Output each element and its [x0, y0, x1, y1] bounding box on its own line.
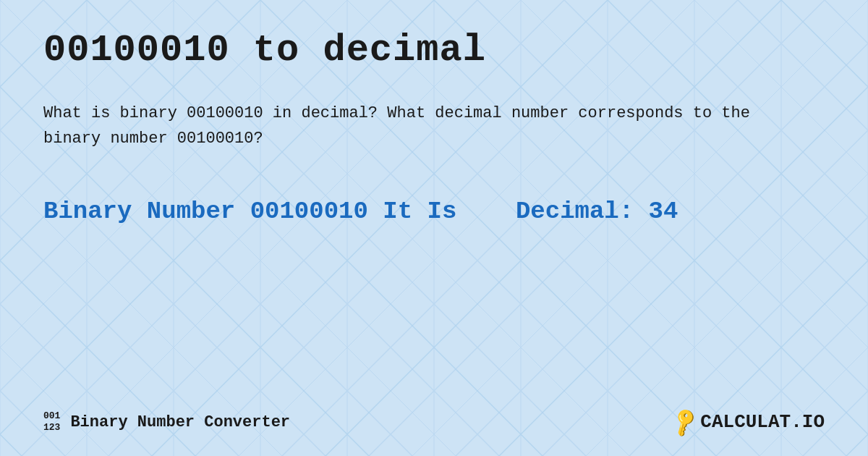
result-label: Binary Number [43, 198, 235, 225]
result-decimal-value: 34 [649, 198, 678, 225]
description-part1: What is binary 00100010 in decimal? [43, 104, 378, 122]
result-text: Binary Number 00100010 It Is Decimal: 34 [43, 195, 825, 229]
page-title: 00100010 to decimal [43, 29, 825, 72]
result-decimal-label: Decimal: [516, 198, 634, 225]
result-middle: It Is [383, 198, 456, 225]
result-section: Binary Number 00100010 It Is Decimal: 34 [43, 195, 825, 229]
result-binary: 00100010 [250, 198, 368, 225]
description-text: What is binary 00100010 in decimal? What… [43, 101, 803, 151]
